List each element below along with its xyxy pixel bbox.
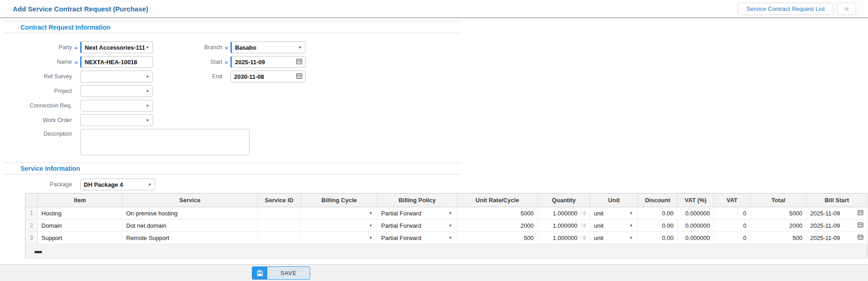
package-value: DH Package 4 — [84, 181, 123, 188]
col-row-number — [26, 194, 38, 207]
vat-cell[interactable]: 0 — [714, 207, 751, 220]
bill-start-value: 2025-11-09 — [810, 235, 840, 241]
discount-cell[interactable]: 0.00 — [638, 207, 678, 220]
calendar-icon — [296, 73, 302, 81]
vat-cell[interactable]: 0 — [714, 220, 751, 232]
col-quantity: Quantity — [538, 194, 590, 207]
quantity-cell[interactable]: 1.000000 — [538, 232, 590, 244]
header-actions: Service Contract Request List ★ — [738, 3, 856, 15]
quantity-spinner-icon[interactable] — [582, 223, 586, 228]
quantity-value: 1.000000 — [553, 222, 577, 229]
project-select[interactable]: ▼ — [80, 85, 153, 97]
service-contract-request-list-button[interactable]: Service Contract Request List — [738, 3, 833, 15]
floppy-disk-icon — [252, 267, 267, 279]
end-label: End — [196, 73, 222, 80]
connection-req-select[interactable]: ▼ — [80, 100, 153, 112]
chevron-down-icon: ▼ — [369, 211, 373, 215]
discount-cell[interactable]: 0.00 — [638, 232, 678, 244]
work-order-select[interactable]: ▼ — [80, 114, 153, 126]
save-button[interactable]: SAVE — [252, 266, 310, 280]
chevron-down-icon: ▼ — [449, 224, 452, 228]
page-title: Add Service Contract Request (Purchase) — [13, 5, 148, 13]
connection-req-label: Connection Req. — [4, 102, 72, 109]
unit-select[interactable]: unit▼ — [590, 232, 638, 244]
service-cell[interactable]: Dot net domain — [123, 220, 258, 232]
billing-policy-value: Partial Forward — [381, 222, 421, 229]
billing-cycle-select[interactable]: ▼ — [301, 232, 378, 244]
description-textarea[interactable] — [80, 129, 250, 155]
col-total: Total — [751, 194, 807, 207]
col-billing-policy: Billing Policy — [378, 194, 457, 207]
col-vat: VAT — [714, 194, 751, 207]
unit-select[interactable]: unit▼ — [590, 220, 638, 232]
chevron-down-icon: ▼ — [148, 183, 152, 187]
vat-pct-cell[interactable]: 0.000000 — [678, 207, 714, 220]
chevron-down-icon: ▼ — [146, 75, 149, 79]
start-date-input[interactable]: 2025-11-09 — [230, 56, 306, 68]
page-header: Add Service Contract Request (Purchase) … — [0, 0, 868, 18]
service-section-title: Service Information — [4, 163, 461, 174]
vat-pct-cell[interactable]: 0.000000 — [678, 232, 714, 244]
table-row: 2 Domain Dot net domain ▼ Partial Forwar… — [26, 220, 868, 232]
item-cell[interactable]: Domain — [38, 220, 123, 232]
party-label: Party — [4, 44, 72, 51]
branch-value: Basabo — [235, 44, 256, 51]
chevron-down-icon: ▼ — [369, 236, 373, 240]
name-input[interactable]: NEXTA-HEA-10018 — [80, 56, 153, 68]
vat-cell[interactable]: 0 — [714, 232, 751, 244]
item-cell[interactable]: Support — [38, 232, 123, 244]
package-select[interactable]: DH Package 4 ▼ — [80, 179, 155, 190]
quantity-spinner-icon[interactable] — [582, 235, 586, 240]
col-unit: Unit — [590, 194, 638, 207]
service-cell[interactable]: On premise hosting — [123, 207, 258, 220]
billing-cycle-select[interactable]: ▼ — [301, 207, 378, 220]
divider — [581, 223, 581, 229]
col-service-id: Service ID — [258, 194, 301, 207]
service-cell[interactable]: Remote Support — [123, 232, 258, 244]
remove-row-button[interactable] — [35, 251, 42, 253]
bill-start-value: 2025-11-09 — [810, 222, 840, 229]
service-id-cell[interactable] — [258, 232, 301, 244]
service-id-cell[interactable] — [258, 207, 301, 220]
vat-pct-cell[interactable]: 0.000000 — [678, 220, 714, 232]
billing-policy-select[interactable]: Partial Forward▼ — [378, 220, 457, 232]
unit-rate-cell[interactable]: 2000 — [457, 220, 538, 232]
chevron-down-icon: ▼ — [449, 236, 452, 240]
name-label: Name — [4, 59, 72, 65]
bill-start-cell[interactable]: 2025-11-09 — [807, 232, 868, 244]
unit-value: unit — [594, 210, 603, 217]
col-unit-rate: Unit Rate/Cycle — [457, 194, 538, 207]
service-id-cell[interactable] — [258, 220, 301, 232]
chevron-down-icon: ▼ — [298, 46, 302, 50]
unit-rate-cell[interactable]: 5000 — [457, 207, 538, 220]
bill-start-cell[interactable]: 2025-11-09 — [807, 220, 868, 232]
branch-select[interactable]: Basabo ▼ — [230, 41, 306, 53]
favorite-star-button[interactable]: ★ — [837, 3, 856, 15]
unit-rate-cell[interactable]: 500 — [457, 232, 538, 244]
total-cell: 5000 — [751, 207, 807, 220]
item-cell[interactable]: Hosting — [38, 207, 123, 220]
contract-section-title: Contract Request Information — [4, 21, 461, 33]
quantity-spinner-icon[interactable] — [582, 211, 586, 215]
quantity-cell[interactable]: 1.000000 — [538, 207, 590, 220]
billing-cycle-select[interactable]: ▼ — [301, 220, 378, 232]
chevron-down-icon: ▼ — [146, 104, 149, 108]
calendar-icon — [858, 209, 863, 217]
billing-policy-select[interactable]: Partial Forward▼ — [378, 232, 457, 244]
chevron-down-icon: ▼ — [629, 211, 633, 215]
ref-survey-select[interactable]: ▼ — [80, 71, 153, 82]
contract-form: Party » Next Accessories-111 ▼ Name » NE… — [0, 33, 868, 163]
quantity-cell[interactable]: 1.000000 — [538, 220, 590, 232]
table-row: 1 Hosting On premise hosting ▼ Partial F… — [26, 207, 868, 220]
total-cell: 2000 — [751, 220, 807, 232]
bill-start-cell[interactable]: 2025-11-09 — [807, 207, 868, 220]
divider — [581, 235, 581, 241]
unit-select[interactable]: unit▼ — [590, 207, 638, 220]
end-date-value: 2030-11-08 — [234, 73, 264, 80]
party-select[interactable]: Next Accessories-111 ▼ — [80, 41, 153, 53]
billing-policy-select[interactable]: Partial Forward▼ — [378, 207, 457, 220]
required-marker: » — [222, 44, 230, 51]
discount-cell[interactable]: 0.00 — [638, 220, 678, 232]
end-date-input[interactable]: 2030-11-08 — [230, 71, 306, 82]
billing-policy-value: Partial Forward — [381, 210, 421, 217]
